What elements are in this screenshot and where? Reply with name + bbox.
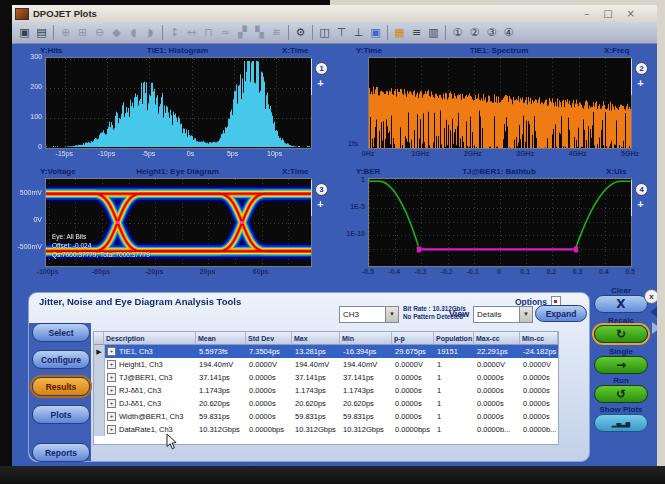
- column-header-max[interactable]: Max: [292, 332, 340, 345]
- expand-row-icon[interactable]: +: [107, 373, 116, 382]
- expand-row-icon[interactable]: +: [107, 425, 116, 434]
- eye-plot-number-badge[interactable]: 3: [315, 183, 328, 196]
- table-cell: 0.0000s: [475, 371, 521, 384]
- expand-row-icon[interactable]: +: [107, 412, 116, 421]
- bathtub-plot-number-badge[interactable]: 4: [635, 183, 648, 196]
- table-row[interactable]: +Height1, Ch3194.40mV0.0000V194.40mV194.…: [94, 358, 558, 371]
- expand-row-icon[interactable]: +: [107, 360, 116, 369]
- expand-row-icon[interactable]: +: [107, 399, 116, 408]
- table-cell: 1.1743ps: [197, 384, 247, 397]
- annotate-shape-icon[interactable]: ◆: [108, 25, 125, 41]
- table-row[interactable]: +Width@BER1, Ch359.831ps0.0000s59.831ps5…: [94, 410, 558, 423]
- hist-plot[interactable]: [45, 57, 312, 149]
- results-table[interactable]: DescriptionMeanStd DevMaxMinp-pPopulatio…: [93, 331, 559, 445]
- cursors-horizontal-icon[interactable]: ↔: [183, 25, 200, 41]
- plot-window-2-icon[interactable]: ②: [466, 25, 483, 41]
- action-single-button[interactable]: →: [594, 356, 648, 374]
- column-header-min-cc[interactable]: Min-cc: [520, 332, 558, 345]
- cursors-vertical-icon[interactable]: ↕: [166, 25, 183, 41]
- table-row[interactable]: +RJ-δδ1, Ch31.1743ps0.0000s1.1743ps1.174…: [94, 384, 558, 397]
- plot-spectrum-icon[interactable]: ≋: [268, 25, 285, 41]
- layout-grid-icon[interactable]: ▦: [391, 25, 408, 41]
- column-header-mean[interactable]: Mean: [196, 332, 246, 345]
- panel-prev-arrow[interactable]: [650, 306, 657, 318]
- column-header-max-cc[interactable]: Max-cc: [474, 332, 520, 345]
- plot-window-4-icon[interactable]: ④: [500, 25, 517, 41]
- app-icon: [15, 8, 29, 20]
- configure-wrench-icon[interactable]: ⚙: [292, 25, 309, 41]
- close-button[interactable]: ×: [627, 5, 635, 22]
- table-row[interactable]: +TJ@BER1, Ch337.141ps0.0000s37.141ps37.1…: [94, 371, 558, 384]
- action-clear-button[interactable]: X: [594, 295, 648, 313]
- column-header-description[interactable]: Description: [104, 332, 196, 345]
- hist-x-axis-label: X:Time: [282, 46, 309, 55]
- display-window-icon[interactable]: ▣: [367, 25, 384, 41]
- cursor-tool-icon[interactable]: ⊤: [333, 25, 350, 41]
- callout-left-icon[interactable]: ◖: [125, 25, 142, 41]
- callout-right-icon[interactable]: ◗: [142, 25, 159, 41]
- maximize-button[interactable]: □: [603, 5, 612, 22]
- action-run-button[interactable]: ↺: [594, 385, 648, 403]
- nav-configure-button[interactable]: Configure: [32, 350, 90, 369]
- plot-histogram-icon[interactable]: ⊓: [200, 25, 217, 41]
- print-icon[interactable]: ▤: [33, 25, 50, 41]
- hist-title: TIE1: Histogram: [45, 46, 310, 55]
- summary-window-icon[interactable]: ◫: [316, 25, 333, 41]
- zoom-region-icon[interactable]: ⊞: [74, 25, 91, 41]
- nav-plots-button[interactable]: Plots: [32, 405, 90, 424]
- bathtub-plot[interactable]: [368, 178, 632, 267]
- plot-eye-icon[interactable]: ▚: [251, 25, 268, 41]
- plot-transition-icon[interactable]: ▞: [234, 25, 251, 41]
- histogram-plot-number-badge[interactable]: 1: [315, 62, 328, 75]
- plot-window-1-icon[interactable]: ①: [449, 25, 466, 41]
- table-row[interactable]: ▶+TIE1, Ch35.5973fs7.3504ps13.281ps-16.3…: [94, 345, 558, 358]
- table-row[interactable]: +DJ-δδ1, Ch320.620ps0.0000s20.620ps20.62…: [94, 397, 558, 410]
- action-show-plots-button[interactable]: ▂▅▃▆: [594, 414, 648, 432]
- expand-button[interactable]: Expand: [535, 305, 587, 322]
- export-tool-icon[interactable]: ⊥: [350, 25, 367, 41]
- table-cell: 0.0000s: [521, 384, 559, 397]
- eye-zoom-plus-button[interactable]: +: [315, 199, 326, 210]
- column-header-population[interactable]: Population: [434, 332, 474, 345]
- plots-area: Y:Hits TIE1: Histogram X:Time Y:Time TIE…: [12, 44, 657, 291]
- action-recalc-button[interactable]: ↻: [594, 325, 648, 343]
- layout-list-icon[interactable]: ≡: [408, 25, 425, 41]
- axis-tick-label: 1E-10: [346, 230, 365, 237]
- save-icon[interactable]: ▣: [16, 25, 33, 41]
- bathtub-zoom-plus-button[interactable]: +: [635, 199, 646, 210]
- histogram-zoom-plus-button[interactable]: +: [315, 78, 326, 89]
- nav-reports-button[interactable]: Reports: [32, 443, 90, 462]
- axis-tick-label: 2GHz: [464, 150, 482, 157]
- nav-select-button[interactable]: Select: [32, 323, 90, 342]
- chevron-down-icon: ▼: [385, 307, 398, 322]
- toolbar: ▣▤⊕⊞⊖◆◖◗↕↔⊓≈▞▚≋⚙◫⊤⊥▣▦≡▥①②③④: [12, 22, 657, 44]
- column-header-p-p[interactable]: p-p: [392, 332, 434, 345]
- axis-tick-label: 0s: [187, 150, 194, 157]
- view-select[interactable]: Details ▼: [473, 306, 533, 323]
- minimize-button[interactable]: –: [584, 5, 589, 22]
- spec-title: TIE1: Spectrum: [368, 46, 630, 55]
- plot-control-divider: [311, 180, 312, 216]
- table-cell: 0.0000s: [393, 410, 435, 423]
- column-header-std-dev[interactable]: Std Dev: [246, 332, 292, 345]
- panel-close-button[interactable]: x: [644, 289, 657, 304]
- layout-split-icon[interactable]: ▥: [425, 25, 442, 41]
- zoom-out-icon[interactable]: ⊖: [91, 25, 108, 41]
- axis-tick-label: 0.5: [625, 268, 635, 275]
- column-header-min[interactable]: Min: [340, 332, 392, 345]
- expand-row-icon[interactable]: +: [107, 347, 116, 356]
- source-select[interactable]: CH3 ▼: [339, 306, 399, 323]
- table-row[interactable]: +DataRate1, Ch310.312Gbps0.0000bps10.312…: [94, 423, 558, 436]
- plot-window-3-icon[interactable]: ③: [483, 25, 500, 41]
- nav-results-button[interactable]: Results: [32, 377, 90, 396]
- zoom-in-icon[interactable]: ⊕: [57, 25, 74, 41]
- spectrum-zoom-plus-button[interactable]: +: [635, 78, 646, 89]
- spectrum-plot[interactable]: [368, 57, 632, 149]
- toolbar-divider: [387, 25, 388, 40]
- table-cell: 0.0000s: [393, 371, 435, 384]
- plot-waveform-icon[interactable]: ≈: [217, 25, 234, 41]
- table-cell: 194.40mV: [293, 358, 341, 371]
- title-bar[interactable]: DPOJET Plots – □ ×: [12, 5, 657, 23]
- expand-row-icon[interactable]: +: [107, 386, 116, 395]
- spectrum-plot-number-badge[interactable]: 2: [635, 62, 648, 75]
